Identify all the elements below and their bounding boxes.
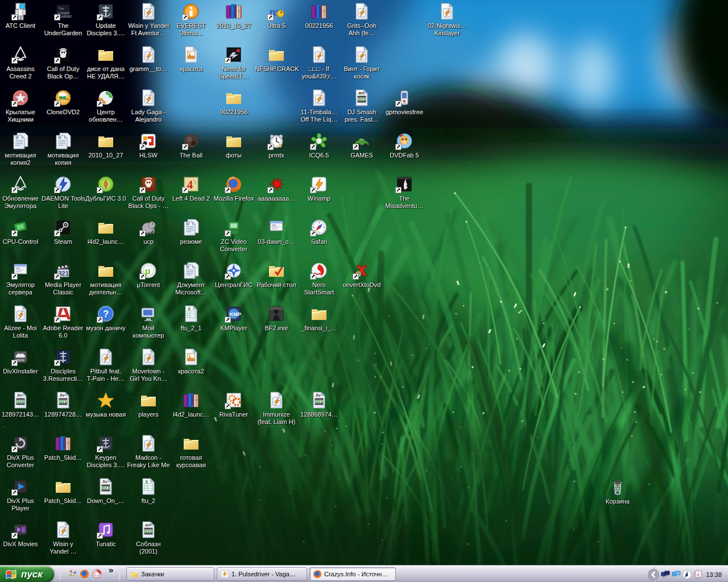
svg-text:DIVX: DIVX [16,359,24,362]
svg-text:n: n [697,572,700,577]
svg-text:GARDEN: GARDEN [59,15,72,18]
svg-text:µ: µ [145,266,150,276]
svg-text:The: The [58,7,64,10]
svg-text:KMP: KMP [230,311,241,317]
svg-text:?: ? [103,309,109,319]
